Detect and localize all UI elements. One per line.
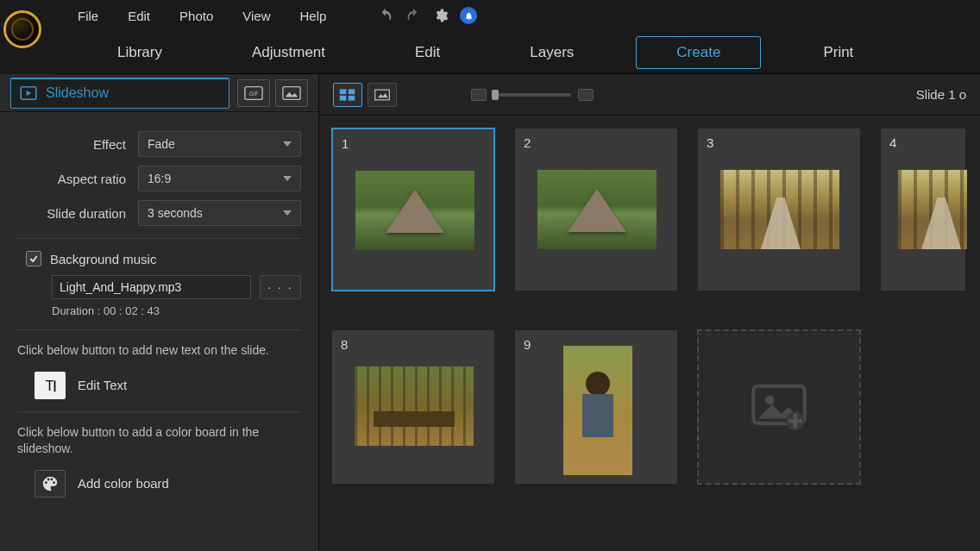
panel-tab-image[interactable] xyxy=(275,79,308,107)
tab-adjustment[interactable]: Adjustment xyxy=(224,35,353,70)
svg-rect-11 xyxy=(349,95,355,100)
tab-create[interactable]: Create xyxy=(636,36,761,69)
slide-image xyxy=(355,171,474,250)
slide-image xyxy=(720,170,839,249)
app-logo xyxy=(3,10,41,48)
menu-file[interactable]: File xyxy=(66,5,110,27)
chevron-down-icon xyxy=(283,210,292,216)
panel-tab-slideshow[interactable]: Slideshow xyxy=(10,78,229,109)
slide-thumb[interactable]: 1 xyxy=(331,128,495,291)
slide-image xyxy=(898,170,967,249)
chevron-down-icon xyxy=(283,176,292,181)
music-file-input[interactable] xyxy=(52,275,251,299)
zoom-out-icon[interactable] xyxy=(471,89,487,101)
text-icon: T xyxy=(35,372,66,399)
menubar: File Edit Photo View Help xyxy=(55,0,980,31)
single-view-button[interactable] xyxy=(368,83,397,107)
svg-rect-8 xyxy=(340,89,347,94)
menu-help[interactable]: Help xyxy=(287,5,338,27)
aspect-ratio-label: Aspect ratio xyxy=(17,172,138,186)
slide-thumb[interactable]: 3 xyxy=(697,128,861,291)
zoom-in-icon[interactable] xyxy=(578,89,594,101)
svg-rect-10 xyxy=(340,95,347,100)
effect-dropdown[interactable]: Fade xyxy=(138,131,301,157)
background-music-checkbox[interactable] xyxy=(26,251,41,266)
zoom-slider[interactable] xyxy=(471,89,594,101)
slide-thumb[interactable]: 9 xyxy=(514,329,678,485)
palette-icon xyxy=(35,470,66,498)
undo-icon[interactable] xyxy=(376,6,395,25)
aspect-ratio-dropdown[interactable]: 16:9 xyxy=(138,166,301,191)
slide-duration-label: Slide duration xyxy=(17,206,138,221)
edit-text-button[interactable]: T Edit Text xyxy=(35,372,301,399)
slideshow-icon xyxy=(20,86,37,100)
svg-rect-12 xyxy=(375,90,390,100)
menu-photo[interactable]: Photo xyxy=(167,5,225,27)
browse-music-button[interactable]: · · · xyxy=(260,275,301,299)
tab-print[interactable]: Print xyxy=(795,35,881,70)
slide-thumb[interactable]: 8 xyxy=(331,329,495,485)
settings-icon[interactable] xyxy=(431,6,450,25)
svg-marker-1 xyxy=(27,91,32,96)
menu-view[interactable]: View xyxy=(230,5,282,27)
slideshow-panel: Slideshow GIF Effect Fade Aspect ratio 1… xyxy=(0,74,319,551)
svg-rect-4 xyxy=(283,86,300,99)
add-text-hint: Click below button to add new text on th… xyxy=(17,342,301,360)
divider xyxy=(17,238,301,239)
notifications-icon[interactable] xyxy=(459,6,478,25)
panel-tab-gif[interactable]: GIF xyxy=(237,79,270,107)
add-color-board-button[interactable]: Add color board xyxy=(35,470,301,498)
svg-text:GIF: GIF xyxy=(249,90,259,96)
background-music-label: Background music xyxy=(50,252,156,266)
add-slide-button[interactable] xyxy=(697,329,861,485)
slide-image xyxy=(537,170,656,249)
grid-view-button[interactable] xyxy=(333,83,362,107)
chevron-down-icon xyxy=(283,141,292,147)
svg-marker-5 xyxy=(286,92,298,97)
slide-duration-dropdown[interactable]: 3 seconds xyxy=(138,200,301,226)
slide-counter: Slide 1 o xyxy=(916,87,966,102)
svg-point-15 xyxy=(765,396,775,405)
tab-library[interactable]: Library xyxy=(90,35,190,70)
slide-thumb[interactable]: 4 xyxy=(880,128,966,291)
slide-image xyxy=(355,366,474,446)
divider xyxy=(17,329,301,330)
slide-thumb[interactable]: 2 xyxy=(514,128,678,291)
effect-label: Effect xyxy=(17,137,138,152)
slide-workspace: Slide 1 o 1 2 3 4 8 xyxy=(319,74,980,551)
add-colorboard-hint: Click below button to add a color board … xyxy=(17,424,301,458)
slide-image xyxy=(563,346,632,475)
tab-layers[interactable]: Layers xyxy=(502,35,601,70)
svg-marker-13 xyxy=(378,93,388,97)
panel-title: Slideshow xyxy=(46,85,109,101)
svg-text:T: T xyxy=(46,378,54,393)
main-tabs: Library Adjustment Edit Layers Create Pr… xyxy=(55,31,980,74)
menu-edit[interactable]: Edit xyxy=(116,5,162,27)
tab-edit[interactable]: Edit xyxy=(387,35,468,70)
redo-icon[interactable] xyxy=(404,6,423,25)
divider xyxy=(17,411,301,412)
add-image-icon xyxy=(750,384,808,430)
svg-rect-9 xyxy=(349,89,355,94)
music-duration: Duration : 00 : 02 : 43 xyxy=(52,304,301,317)
